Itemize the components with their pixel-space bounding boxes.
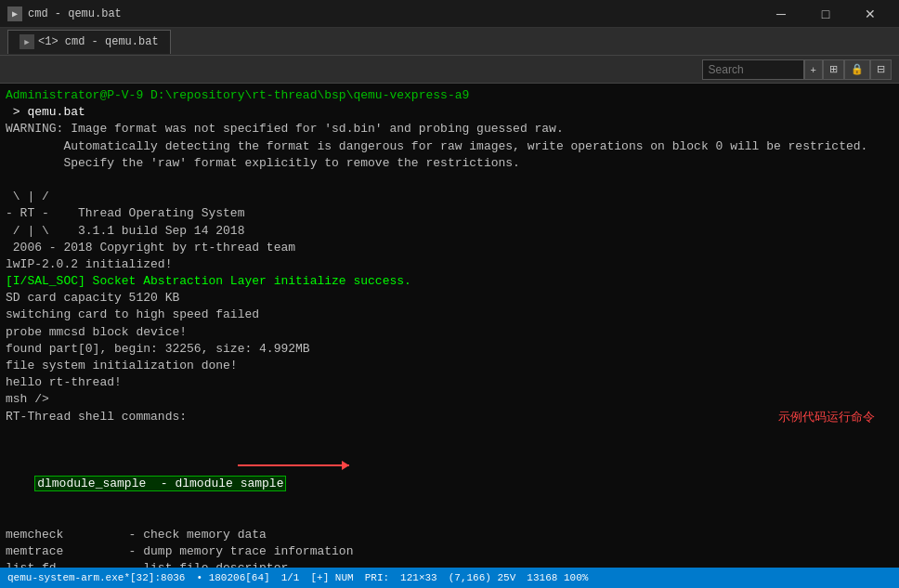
status-zoom: 13168 100% xyxy=(527,572,588,583)
minimize-button[interactable]: ─ xyxy=(760,0,802,28)
toolbar: + ⊞ 🔒 ⊟ xyxy=(0,56,899,84)
fs-line: file system initialization done! xyxy=(6,358,893,374)
list-fd-line: list_fd - list file descriptor xyxy=(6,560,893,568)
msh-line: msh /> xyxy=(6,391,893,408)
status-encoding: • 180206[64] xyxy=(196,572,269,583)
title-bar-text: cmd - qemu.bat xyxy=(28,7,122,20)
tab-label: <1> cmd - qemu.bat xyxy=(38,35,159,48)
app-icon: ▶ xyxy=(7,7,22,21)
copyright-line: 2006 - 2018 Copyright by rt-thread team xyxy=(6,240,893,256)
probe-line: probe mmcsd block device! xyxy=(6,324,893,341)
sal-line: [I/SAL_SOC] Socket Abstraction Layer ini… xyxy=(6,273,893,290)
logo-line-2: - RT - Thread Operating System xyxy=(6,205,893,222)
status-bar: qemu-system-arm.exe*[32]:8036 • 180206[6… xyxy=(0,568,899,588)
command-line: > qemu.bat xyxy=(6,104,893,121)
status-priority: PRI: xyxy=(365,572,389,583)
annotation-text: 示例代码运行命令 xyxy=(778,409,875,425)
tab-bar: ▶ <1> cmd - qemu.bat xyxy=(0,28,899,56)
status-position: 1/1 xyxy=(281,572,300,583)
window-controls: ─ □ ✕ xyxy=(760,0,892,28)
warning-line-2: Automatically detecting the format is da… xyxy=(6,138,893,155)
warning-line-1: WARNING: Image format was not specified … xyxy=(6,121,893,137)
switch-line: switching card to high speed failed xyxy=(6,307,893,323)
grid-button[interactable]: ⊟ xyxy=(870,59,892,80)
maximize-button[interactable]: □ xyxy=(804,0,847,28)
view-button[interactable]: ⊞ xyxy=(823,59,844,80)
add-button[interactable]: + xyxy=(804,59,823,80)
status-dimensions: 121×33 xyxy=(400,572,437,583)
memcheck-line: memcheck - check memory data xyxy=(6,527,893,543)
sdcard-line: SD card capacity 5120 KB xyxy=(6,290,893,307)
memtrace-line: memtrace - dump memory trace information xyxy=(6,543,893,560)
part-line: found part[0], begin: 32256, size: 4.992… xyxy=(6,341,893,358)
title-bar: ▶ cmd - qemu.bat ─ □ ✕ xyxy=(0,0,899,28)
logo-line-3: / | \ 3.1.1 build Sep 14 2018 xyxy=(6,223,893,240)
status-size: (7,166) 25V xyxy=(449,572,516,583)
search-box: + ⊞ 🔒 ⊟ xyxy=(702,59,892,80)
blank-line-1 xyxy=(6,172,893,189)
close-button[interactable]: ✕ xyxy=(849,0,892,28)
tab-cmd[interactable]: ▶ <1> cmd - qemu.bat xyxy=(7,30,171,54)
hello-line: hello rt-thread! xyxy=(6,374,893,391)
status-mode: [+] NUM xyxy=(310,572,353,583)
warning-line-3: Specify the 'raw' format explicitly to r… xyxy=(6,155,893,172)
lwip-line: lwIP-2.0.2 initialized! xyxy=(6,256,893,273)
lock-button[interactable]: 🔒 xyxy=(844,59,870,80)
prompt-line: Administrator@P-V-9 D:\repository\rt-thr… xyxy=(6,87,893,104)
terminal-area: Administrator@P-V-9 D:\repository\rt-thr… xyxy=(0,84,899,568)
dlmodule-line: dlmodule_sample - dlmodule sample xyxy=(6,459,893,527)
shell-commands-line: RT-Thread shell commands: 示例代码运行命令 xyxy=(6,409,893,460)
tab-icon: ▶ xyxy=(20,34,34,49)
logo-line-1: \ | / xyxy=(6,189,893,205)
search-input[interactable] xyxy=(702,59,804,80)
status-process: qemu-system-arm.exe*[32]:8036 xyxy=(7,572,185,583)
